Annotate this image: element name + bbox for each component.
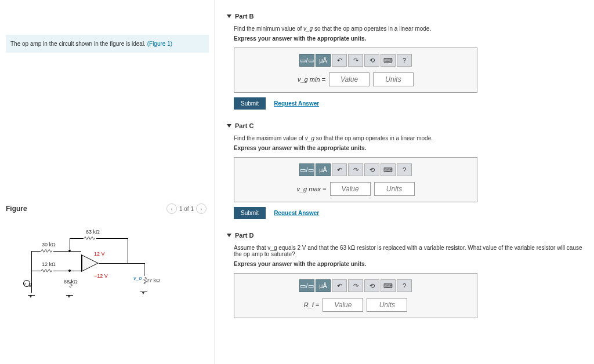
help-button[interactable]: ? — [397, 54, 412, 67]
part-c-units-input[interactable] — [374, 182, 415, 196]
r-out-label: 27 kΩ — [146, 278, 160, 283]
vplus-label: 12 V — [94, 251, 105, 257]
part-c-value-input[interactable] — [330, 182, 371, 196]
part-b-instruction: Find the minimum value of v_g so that th… — [234, 26, 582, 32]
intro-text: The op amp in the circuit shown in the f… — [10, 41, 147, 47]
r-upper-left-label: 30 kΩ — [42, 242, 56, 247]
keyboard-button[interactable]: ⌨ — [381, 163, 396, 176]
part-b-units-input[interactable] — [373, 72, 414, 86]
part-b-title: Part B — [235, 13, 253, 20]
part-d-header[interactable]: Part D — [227, 232, 582, 239]
problem-intro: The op amp in the circuit shown in the f… — [6, 35, 209, 53]
part-d-units-input[interactable] — [367, 298, 407, 312]
reset-button[interactable]: ⟲ — [364, 54, 379, 67]
part-d-value-input[interactable] — [323, 298, 363, 312]
undo-button[interactable]: ↶ — [332, 163, 347, 176]
figure-pager: ‹ 1 of 1 › — [166, 203, 207, 214]
part-c-header[interactable]: Part C — [227, 122, 582, 129]
templates-button[interactable]: ▭/▭ — [299, 279, 314, 292]
source-icon — [23, 280, 30, 287]
figure-prev-button[interactable]: ‹ — [166, 203, 177, 214]
part-c-express: Express your answer with the appropriate… — [234, 145, 582, 151]
units-button[interactable]: μÅ — [316, 163, 331, 176]
part-d-title: Part D — [235, 232, 253, 239]
redo-button[interactable]: ↷ — [348, 54, 363, 67]
r-top-label: 63 kΩ — [86, 229, 100, 235]
part-c-instruction: Find the maximum value of v_g so that th… — [234, 135, 582, 141]
undo-button[interactable]: ↶ — [332, 54, 347, 67]
part-b-var-label: v_g min = — [298, 76, 325, 83]
part-c-submit-button[interactable]: Submit — [234, 207, 266, 219]
part-b-submit-button[interactable]: Submit — [234, 97, 266, 110]
part-d-express: Express your answer with the appropriate… — [234, 261, 582, 267]
circuit-diagram: 63 kΩ ∿∿∿ 30 kΩ ∿∿∿ 12 kΩ ∿∿∿ 12 V −12 V… — [6, 231, 168, 312]
part-c-answer-box: ▭/▭ μÅ ↶ ↷ ⟲ ⌨ ? v_g max = — [234, 157, 477, 202]
caret-down-icon — [227, 124, 231, 128]
reset-button[interactable]: ⟲ — [364, 163, 379, 176]
keyboard-button[interactable]: ⌨ — [381, 54, 396, 67]
part-b-express: Express your answer with the appropriate… — [234, 35, 582, 42]
part-c-request-answer-link[interactable]: Request Answer — [274, 210, 319, 216]
opamp-icon — [81, 254, 99, 272]
part-b-value-input[interactable] — [329, 72, 370, 86]
vo-label: v_o — [133, 275, 142, 281]
templates-button[interactable]: ▭/▭ — [299, 163, 314, 176]
part-c-title: Part C — [235, 122, 253, 129]
r-lower-left-label: 12 kΩ — [42, 261, 56, 267]
help-button[interactable]: ? — [397, 163, 412, 176]
part-d-answer-box: ▭/▭ μÅ ↶ ↷ ⟲ ⌨ ? R_f = — [234, 273, 477, 318]
units-button[interactable]: μÅ — [316, 279, 331, 292]
redo-button[interactable]: ↷ — [348, 163, 363, 176]
part-b-answer-box: ▭/▭ μÅ ↶ ↷ ⟲ ⌨ ? v_g min = — [234, 48, 477, 93]
caret-down-icon — [227, 14, 231, 18]
figure-title: Figure — [6, 205, 27, 213]
vminus-label: −12 V — [94, 273, 108, 279]
templates-button[interactable]: ▭/▭ — [299, 54, 314, 67]
caret-down-icon — [227, 234, 231, 237]
help-button[interactable]: ? — [397, 279, 412, 292]
figure-link[interactable]: (Figure 1) — [147, 41, 172, 47]
undo-button[interactable]: ↶ — [332, 279, 347, 292]
part-b-header[interactable]: Part B — [227, 13, 582, 20]
units-button[interactable]: μÅ — [316, 54, 331, 67]
figure-pager-text: 1 of 1 — [179, 206, 194, 212]
part-d-var-label: R_f = — [304, 301, 320, 308]
keyboard-button[interactable]: ⌨ — [381, 279, 396, 292]
part-b-request-answer-link[interactable]: Request Answer — [274, 100, 319, 107]
part-c-var-label: v_g max = — [296, 185, 326, 192]
figure-next-button[interactable]: › — [196, 203, 207, 214]
part-d-instruction: Assume that v_g equals 2 V and that the … — [234, 245, 582, 257]
reset-button[interactable]: ⟲ — [364, 279, 379, 292]
redo-button[interactable]: ↷ — [348, 279, 363, 292]
